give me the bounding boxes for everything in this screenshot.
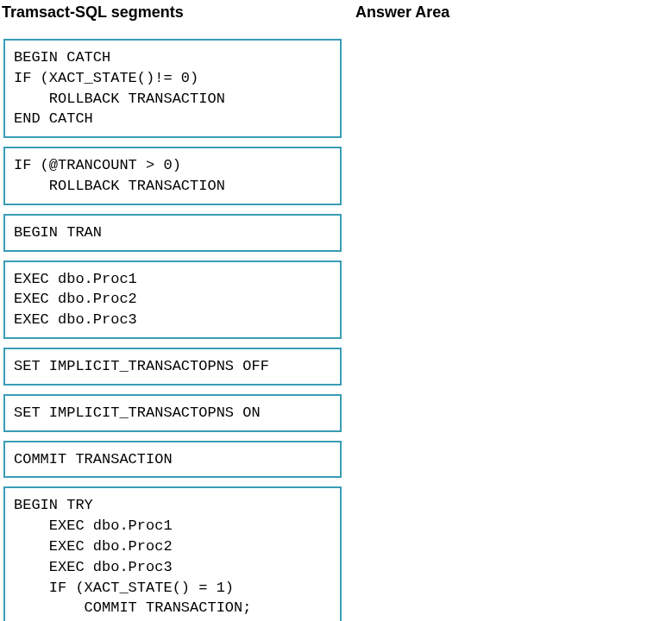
answer-area-column[interactable]: Answer Area [345, 0, 672, 621]
sql-segment-7[interactable]: BEGIN TRY EXEC dbo.Proc1 EXEC dbo.Proc2 … [3, 486, 342, 621]
segments-heading: Tramsact-SQL segments [0, 0, 345, 39]
sql-segment-4[interactable]: SET IMPLICIT_TRANSACTOPNS OFF [3, 348, 342, 386]
sql-segment-6[interactable]: COMMIT TRANSACTION [3, 441, 342, 479]
sql-segment-2[interactable]: BEGIN TRAN [3, 214, 342, 252]
sql-segment-3[interactable]: EXEC dbo.Proc1 EXEC dbo.Proc2 EXEC dbo.P… [3, 260, 342, 339]
sql-segment-0[interactable]: BEGIN CATCH IF (XACT_STATE()!= 0) ROLLBA… [3, 39, 342, 138]
answer-area-heading: Answer Area [354, 0, 672, 39]
sql-segment-5[interactable]: SET IMPLICIT_TRANSACTOPNS ON [3, 394, 342, 432]
segments-column: Tramsact-SQL segments BEGIN CATCH IF (XA… [0, 0, 345, 621]
sql-segment-1[interactable]: IF (@TRANCOUNT > 0) ROLLBACK TRANSACTION [3, 147, 342, 205]
drag-drop-container: Tramsact-SQL segments BEGIN CATCH IF (XA… [0, 0, 672, 621]
